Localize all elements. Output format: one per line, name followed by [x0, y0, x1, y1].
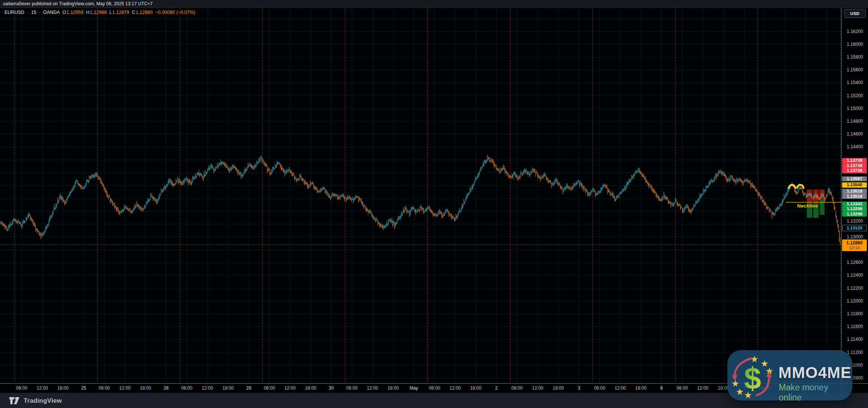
price-axis-label: 1.15200 [842, 93, 868, 98]
price-axis-label: 1.14600 [842, 132, 868, 137]
tradingview-published-chart: saitama5ever published on TradingView.co… [0, 0, 868, 408]
price-axis-label: 1.12600 [842, 260, 868, 265]
last-price-value: 1.12880 [846, 240, 862, 245]
neckline-annotation-label[interactable]: Neckline [797, 203, 818, 209]
legend-open: O1.12959 [63, 10, 84, 15]
last-price-countdown-label: 1.12880 12:14 [842, 239, 867, 251]
price-axis-label: 1.14400 [842, 145, 868, 149]
price-axis-label: 1.12400 [842, 273, 868, 278]
price-level-label[interactable]: 1.13738 [842, 168, 867, 173]
price-level-label[interactable]: 1.13518 [842, 189, 867, 194]
price-level-label[interactable]: 1.13540 [842, 182, 867, 188]
legend-separator: · [27, 10, 28, 15]
price-level-label[interactable]: 1.13738 [842, 158, 867, 163]
price-level-label[interactable]: 1.13298 [842, 212, 867, 217]
price-level-label[interactable]: 1.13298 [842, 206, 867, 212]
legend-high: H1.12968 [86, 10, 106, 15]
chart-legend: EURUSD · 15 · OANDA O1.12959 H1.12968 L1… [4, 10, 195, 15]
bar-countdown: 12:14 [849, 245, 860, 250]
legend-interval[interactable]: 15 [31, 10, 36, 15]
currency-unit-button[interactable]: USD [844, 9, 866, 18]
tradingview-attribution[interactable]: TradingView [9, 397, 62, 405]
price-level-label[interactable]: 1.13518 [842, 194, 867, 199]
price-level-label[interactable]: 1.13738 [842, 163, 867, 169]
price-axis-label: 1.13000 [842, 235, 868, 239]
price-axis-label: 1.11400 [842, 337, 868, 342]
mmo4me-logo-icon: $ ★★★ ★★★ [729, 352, 776, 399]
price-axis-label: 1.16200 [842, 29, 868, 34]
legend-change: −0.00080 (−0.07%) [155, 10, 195, 15]
price-axis-label: 1.16000 [842, 42, 868, 47]
time-axis[interactable]: 06:0012:0018:002506:0012:0018:002606:001… [0, 384, 841, 393]
tradingview-logo-icon [9, 397, 20, 405]
price-axis-label: 1.15600 [842, 68, 868, 72]
watermark-title: MMO4ME [778, 364, 852, 382]
publish-header: saitama5ever published on TradingView.co… [0, 0, 868, 8]
price-axis-label: 1.11800 [842, 312, 868, 316]
price-axis-label: 1.11600 [842, 324, 868, 329]
tradingview-brand-text: TradingView [24, 397, 62, 405]
price-axis-label: 1.12200 [842, 286, 868, 291]
publish-title: saitama5ever published on TradingView.co… [0, 1, 153, 6]
legend-venue: OANDA [43, 10, 60, 15]
price-axis-label: 1.15400 [842, 80, 868, 85]
price-axis-label: 1.14800 [842, 119, 868, 124]
price-level-label[interactable]: 1.13343 [842, 202, 867, 207]
watermark-subtitle: Make money online [779, 382, 852, 403]
legend-separator: · [39, 10, 40, 15]
price-axis[interactable]: 1.13120 1.12880 12:14 1.162001.160001.15… [842, 8, 868, 384]
price-axis-label: 1.12000 [842, 299, 868, 304]
price-axis-label: 1.15000 [842, 106, 868, 111]
price-axis-label: 1.13200 [842, 219, 868, 224]
price-axis-label: 1.15800 [842, 55, 868, 60]
legend-low: L1.12879 [109, 10, 129, 15]
legend-close: C1.12880 [132, 10, 153, 15]
alert-price-label[interactable]: 1.13120 [842, 225, 867, 231]
mmo4me-watermark[interactable]: $ ★★★ ★★★ MMO4ME Make money online [727, 350, 852, 400]
price-level-label[interactable]: 1.13597 [842, 176, 867, 182]
svg-text:★: ★ [736, 387, 744, 397]
svg-text:★: ★ [744, 390, 752, 399]
legend-symbol[interactable]: EURUSD [4, 10, 24, 15]
